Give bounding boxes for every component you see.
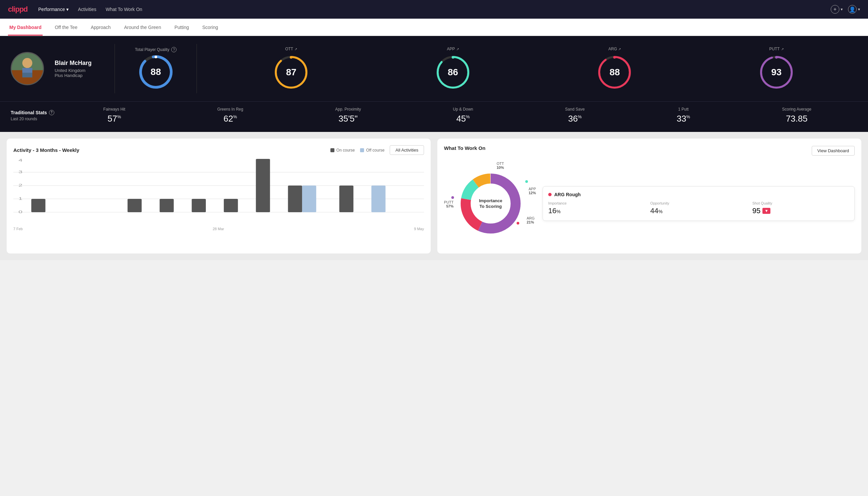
stat-updown-label: Up & Down [453, 107, 473, 112]
stat-greens-value: 62% [217, 113, 243, 124]
legend-dot-on-course [330, 148, 334, 152]
info-card-title: ARG Rough [554, 192, 581, 197]
nav-activities[interactable]: Activities [78, 7, 96, 12]
putt-circle: 93 [758, 54, 795, 91]
tpq-value: 88 [151, 67, 161, 77]
metric-opportunity: Opportunity 44% [650, 201, 747, 215]
metric-importance: Importance 16% [548, 201, 645, 215]
score-ott-label: OTT ↗ [285, 47, 297, 51]
svg-rect-30 [128, 199, 142, 212]
chart-x-labels: 7 Feb 28 Mar 9 May [13, 226, 424, 231]
donut-chart-wrapper: Importance To Scoring OTT 10% APP 12% AR… [444, 160, 537, 247]
help-icon[interactable]: ? [171, 47, 176, 52]
player-avatar [11, 52, 44, 85]
tab-putting[interactable]: Putting [173, 19, 190, 36]
nav-performance[interactable]: Performance ▾ [38, 7, 68, 12]
stats-grid: Fairways Hit 57% Greens In Reg 62% App. … [57, 107, 857, 124]
activity-card: Activity - 3 Months - Weekly On course O… [7, 139, 431, 253]
app-logo: clippd [8, 5, 28, 14]
tab-scoring[interactable]: Scoring [201, 19, 219, 36]
what-to-work-on-card: What To Work On View Dashboard Importan [437, 139, 861, 253]
shot-quality-badge: ▼ [762, 208, 770, 214]
ott-value: 87 [286, 67, 297, 78]
stats-bar: Traditional Stats ? Last 20 rounds Fairw… [0, 101, 868, 132]
tpq-circle: 88 [138, 53, 174, 90]
score-putt: PUTT ↗ 93 [753, 44, 800, 93]
user-menu-button[interactable]: 👤 ▾ [848, 5, 860, 14]
svg-text:3: 3 [18, 170, 22, 174]
svg-rect-31 [160, 199, 174, 212]
svg-text:To Scoring: To Scoring [480, 204, 502, 209]
svg-rect-32 [192, 199, 206, 212]
info-card-header: ARG Rough [548, 192, 849, 197]
x-label-3: 9 May [414, 227, 424, 231]
arrow-icon: ↗ [618, 47, 621, 51]
svg-rect-29 [31, 199, 45, 212]
stat-scoring-value: 73.85 [782, 113, 811, 124]
donut-dot-arg [517, 222, 519, 224]
wtwo-body: Importance To Scoring OTT 10% APP 12% AR… [444, 160, 855, 247]
stat-fairways-value: 57% [103, 113, 125, 124]
donut-label-app: APP 12% [528, 187, 536, 195]
tab-approach[interactable]: Approach [89, 19, 112, 36]
stat-sand-save: Sand Save 36% [565, 107, 585, 124]
activity-chart: 0 1 2 3 4 [13, 159, 424, 226]
stat-proximity-label: App. Proximity [335, 107, 361, 112]
x-label-1: 7 Feb [13, 227, 23, 231]
all-activities-button[interactable]: All Activities [390, 145, 424, 155]
scores-row: OTT ↗ 87 APP ↗ [210, 44, 857, 93]
stat-greens-label: Greens In Reg [217, 107, 243, 112]
help-icon[interactable]: ? [49, 110, 54, 115]
bottom-section: Activity - 3 Months - Weekly On course O… [0, 132, 868, 260]
score-putt-label: PUTT ↗ [769, 47, 784, 51]
info-dot [548, 193, 552, 196]
metric-opportunity-label: Opportunity [650, 201, 747, 205]
stats-title: Traditional Stats ? [11, 110, 57, 115]
tab-my-dashboard[interactable]: My Dashboard [8, 19, 43, 36]
info-metrics: Importance 16% Opportunity 44% Shot Qual… [548, 201, 849, 215]
metric-shot-quality-value: 95 ▼ [753, 206, 849, 215]
svg-point-7 [155, 56, 157, 58]
stat-sand-label: Sand Save [565, 107, 585, 112]
stat-sand-value: 36% [565, 113, 585, 124]
add-button[interactable]: + ▾ [831, 5, 843, 14]
wtwo-title: What To Work On [444, 145, 485, 151]
nav-links: Performance ▾ Activities What To Work On [38, 7, 820, 12]
svg-text:1: 1 [18, 197, 22, 201]
tpq-label: Total Player Quality ? [135, 47, 176, 52]
score-arg: ARG ↗ 88 [591, 44, 638, 93]
nav-what-to-work-on[interactable]: What To Work On [106, 7, 142, 12]
svg-rect-37 [340, 186, 353, 212]
legend-dot-off-course [360, 148, 364, 152]
donut-label-ott: OTT 10% [496, 161, 504, 170]
chart-legend: On course Off course [330, 148, 385, 153]
tab-off-the-tee[interactable]: Off the Tee [53, 19, 79, 36]
stat-scoring-label: Scoring Average [782, 107, 811, 112]
info-card: ARG Rough Importance 16% Opportunity 44% [542, 186, 855, 221]
arg-value: 88 [610, 67, 620, 78]
svg-text:2: 2 [18, 183, 22, 187]
svg-text:Importance: Importance [479, 198, 502, 203]
donut-dot-putt [451, 196, 454, 199]
view-dashboard-button[interactable]: View Dashboard [812, 146, 855, 156]
activity-title: Activity - 3 Months - Weekly [13, 147, 79, 153]
stat-oneputt-value: 33% [677, 113, 690, 124]
nav-right-controls: + ▾ 👤 ▾ [831, 5, 860, 14]
stat-oneputt-label: 1 Putt [677, 107, 690, 112]
donut-svg: Importance To Scoring [454, 167, 527, 240]
metric-shot-quality-label: Shot Quality [753, 201, 849, 205]
putt-value: 93 [771, 67, 782, 78]
arg-circle: 88 [596, 54, 633, 91]
bar-chart-svg: 0 1 2 3 4 [13, 159, 424, 226]
svg-point-43 [471, 184, 510, 223]
svg-text:4: 4 [18, 159, 22, 162]
donut-label-arg: ARG 21% [526, 216, 535, 224]
tab-around-the-green[interactable]: Around the Green [123, 19, 162, 36]
donut-label-putt: PUTT 57% [444, 200, 454, 208]
app-circle: 86 [435, 54, 471, 91]
stats-label: Traditional Stats ? Last 20 rounds [11, 110, 57, 121]
hero-section: Blair McHarg United Kingdom Plus Handica… [0, 36, 868, 101]
stat-proximity-value: 35'5" [335, 113, 361, 124]
top-navigation: clippd Performance ▾ Activities What To … [0, 0, 868, 19]
arrow-icon: ↗ [456, 47, 459, 51]
